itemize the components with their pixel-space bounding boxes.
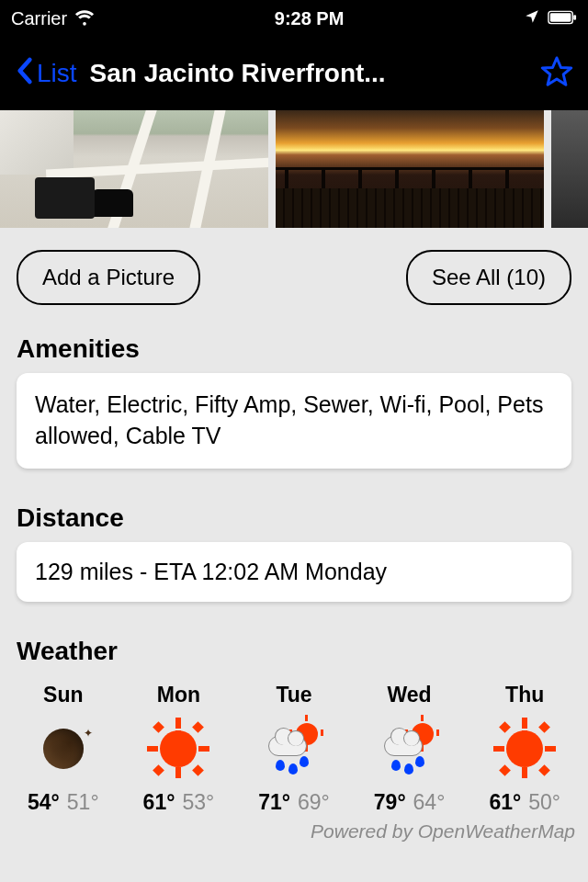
weather-hi: 71° — [258, 790, 290, 815]
weather-day-label: Thu — [505, 683, 544, 707]
weather-day-label: Sun — [43, 683, 83, 707]
nav-bar: List San Jacinto Riverfront... — [0, 37, 588, 110]
weather-day: Mon 61°53° — [121, 683, 237, 815]
weather-lo: 64° — [413, 790, 446, 815]
distance-card: 129 miles - ETA 12:02 AM Monday — [17, 542, 571, 603]
weather-lo: 50° — [528, 790, 560, 815]
weather-lo: 53° — [182, 790, 214, 815]
weather-header: Weather — [0, 629, 588, 675]
svg-marker-3 — [542, 58, 571, 85]
page-title: San Jacinto Riverfront... — [85, 59, 533, 88]
weather-day: Wed 79°64° — [352, 683, 468, 815]
status-bar: Carrier 9:28 PM — [0, 0, 588, 37]
photo-thumbnail[interactable] — [276, 110, 544, 228]
svg-rect-1 — [550, 13, 571, 21]
carrier-label: Carrier — [11, 8, 67, 29]
chevron-left-icon — [15, 56, 35, 92]
sun-icon — [498, 722, 551, 775]
status-time: 9:28 PM — [275, 8, 345, 29]
weather-lo: 69° — [298, 790, 330, 815]
svg-rect-2 — [573, 15, 576, 20]
add-picture-button[interactable]: Add a Picture — [17, 250, 200, 305]
weather-lo: 51° — [67, 790, 99, 815]
rain-icon — [267, 722, 321, 775]
rain-icon — [383, 722, 436, 775]
photo-thumbnail[interactable] — [551, 110, 588, 228]
weather-hi: 61° — [489, 790, 521, 815]
back-label: List — [37, 59, 77, 88]
wifi-icon — [74, 6, 95, 31]
weather-attribution: Powered by OpenWeatherMap — [0, 815, 588, 842]
weather-day: Thu 61°50° — [467, 683, 582, 815]
photo-thumbnail[interactable] — [0, 110, 268, 228]
weather-day-label: Tue — [276, 683, 311, 707]
amenities-header: Amenities — [0, 327, 588, 373]
favorite-button[interactable] — [540, 55, 573, 92]
weather-day-label: Mon — [157, 683, 200, 707]
weather-day: Sun 54°51° — [6, 683, 121, 815]
back-button[interactable]: List — [15, 56, 77, 92]
location-icon — [524, 8, 540, 29]
weather-hi: 54° — [28, 790, 60, 815]
weather-hi: 79° — [374, 790, 406, 815]
weather-forecast-row: Sun 54°51° Mon 61°53° Tue 71°69° Wed 79°… — [0, 675, 588, 815]
weather-hi: 61° — [143, 790, 175, 815]
photos-carousel[interactable] — [0, 110, 588, 228]
sun-icon — [152, 722, 205, 775]
star-icon — [540, 75, 573, 91]
weather-day-label: Wed — [388, 683, 432, 707]
moon-icon — [37, 722, 90, 775]
weather-day: Tue 71°69° — [236, 683, 352, 815]
see-all-photos-button[interactable]: See All (10) — [406, 250, 571, 305]
distance-header: Distance — [0, 496, 588, 542]
battery-icon — [548, 8, 577, 29]
amenities-card: Water, Electric, Fifty Amp, Sewer, Wi-fi… — [17, 373, 571, 469]
